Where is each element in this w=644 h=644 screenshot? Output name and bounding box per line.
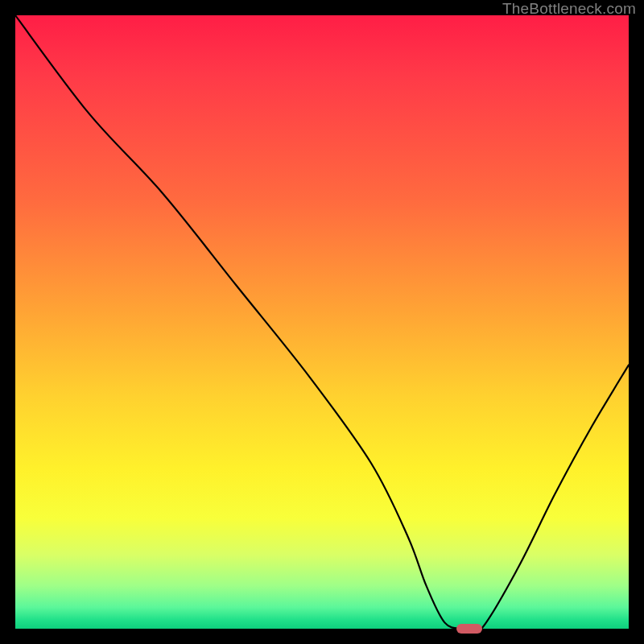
bottleneck-curve: [15, 15, 629, 629]
optimal-marker: [456, 624, 482, 634]
chart-frame: TheBottleneck.com: [0, 0, 644, 644]
watermark-text: TheBottleneck.com: [502, 0, 636, 18]
chart-plot-area: [15, 15, 629, 629]
